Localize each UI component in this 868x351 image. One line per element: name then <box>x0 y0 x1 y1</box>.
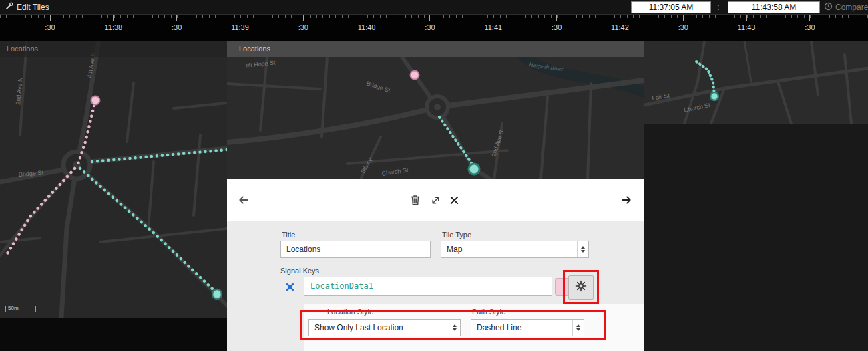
start-time-input[interactable] <box>631 1 711 13</box>
left-tile-title: Locations <box>0 41 227 57</box>
path-style-select[interactable]: Dashed Line <box>471 319 584 336</box>
signal-keys-label: Signal Keys <box>280 267 319 275</box>
timeline[interactable]: :3011:38:3011:39:3011:40:3011:41:3011:42… <box>0 15 868 41</box>
title-label: Title <box>282 231 295 239</box>
edit-tiles-button[interactable]: Edit Tiles <box>5 2 49 12</box>
tile-type-label: Tile Type <box>442 231 471 239</box>
edit-tiles-label: Edit Tiles <box>17 3 49 12</box>
signal-color-swatch[interactable] <box>555 278 569 296</box>
pink-endpoint-marker <box>91 96 100 105</box>
wrench-icon <box>5 2 13 12</box>
tile-type-select[interactable]: Map <box>441 241 589 258</box>
location-style-select[interactable]: Show Only Last Location <box>308 319 461 336</box>
title-input[interactable] <box>280 241 431 258</box>
signal-key-input[interactable] <box>304 277 552 296</box>
compare-button[interactable]: Compare <box>824 2 868 13</box>
map-tile-right[interactable]: Fair St Church St <box>644 41 868 351</box>
select-caret-icon <box>577 241 588 257</box>
pink-endpoint-marker <box>411 71 419 80</box>
modal-title: Locations <box>227 41 644 57</box>
top-bar: Edit Tiles : Compare <box>0 0 868 15</box>
select-caret-icon <box>572 320 584 336</box>
expand-tile-button[interactable] <box>427 191 444 209</box>
teal-endpoint-marker <box>469 164 479 174</box>
forward-arrow-button[interactable] <box>618 191 635 209</box>
map-tile-locations-left[interactable]: 4th Ave N 2nd Ave N Bridge St Locations … <box>0 41 227 351</box>
map-scale-indicator: 50m <box>5 306 36 312</box>
signal-settings-gear-button[interactable] <box>568 275 594 300</box>
path-style-label: Path Style <box>472 308 505 316</box>
modal-map[interactable]: Mt Hope St Bridge St Harpeth River 2nd A… <box>227 57 644 179</box>
time-separator: : <box>717 3 719 12</box>
tile-settings-form: Title Tile Type Map Signal Keys Location… <box>227 221 644 351</box>
app-window: Edit Tiles : Compare :3011:38:3011:39:30… <box>0 0 868 351</box>
teal-endpoint-marker <box>212 289 222 299</box>
tile-editor-modal: Locations <box>227 41 644 351</box>
end-time-input[interactable] <box>728 1 820 13</box>
teal-endpoint-marker <box>710 92 718 100</box>
clock-icon <box>824 2 833 13</box>
delete-tile-button[interactable] <box>407 191 424 209</box>
location-style-label: Location Style <box>327 308 373 316</box>
select-caret-icon <box>449 320 460 336</box>
left-map-canvas[interactable]: 4th Ave N 2nd Ave N Bridge St <box>0 41 227 318</box>
back-arrow-button[interactable] <box>235 191 252 209</box>
modal-toolbar <box>227 179 644 221</box>
right-map-canvas[interactable]: Fair St Church St <box>644 41 868 124</box>
remove-signal-key-button[interactable] <box>286 282 294 294</box>
close-editor-button[interactable] <box>445 191 463 209</box>
gear-icon <box>575 280 587 295</box>
compare-label: Compare <box>835 3 868 12</box>
